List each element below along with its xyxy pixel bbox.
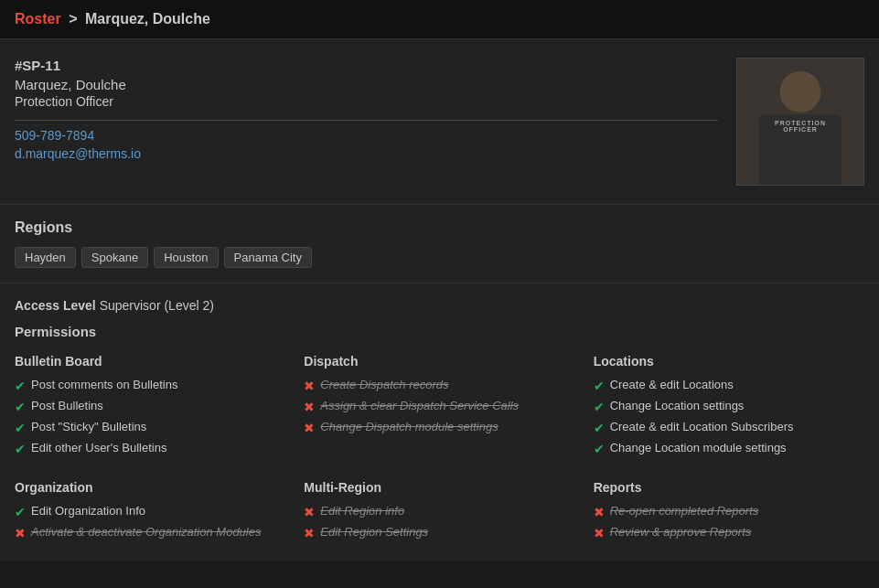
x-icon: ✖ [304,505,315,519]
roster-link[interactable]: Roster [15,11,61,27]
perm-item: ✖ Review & approve Reports [594,525,864,540]
x-icon: ✖ [304,379,315,393]
permissions-grid-bottom: Organization ✔ Edit Organization Info ✖ … [15,480,864,546]
region-tag-panama-city[interactable]: Panama City [224,247,312,268]
perm-text: Create Dispatch records [320,378,448,391]
perm-text: Post "Sticky" Bulletins [31,420,146,433]
regions-section: Regions Hayden Spokane Houston Panama Ci… [0,205,879,283]
x-icon: ✖ [304,421,315,435]
photo-placeholder: PROTECTIONOFFICER [737,58,863,186]
perm-item: ✔ Create & edit Location Subscribers [594,420,864,435]
page-header: Roster > Marquez, Doulche [0,0,879,39]
region-tag-hayden[interactable]: Hayden [15,247,76,268]
perm-text: Post comments on Bulletins [31,378,177,391]
perm-text: Re-open completed Reports [610,504,759,518]
permissions-section: Access Level Supervisor (Level 2) Permis… [0,283,879,561]
x-icon: ✖ [594,505,605,519]
perm-heading-locations: Locations [594,354,864,369]
x-icon: ✖ [594,526,605,540]
perm-item: ✖ Activate & deactivate Organization Mod… [15,525,285,540]
perm-heading-multi-region: Multi-Region [304,480,574,495]
perm-text: Activate & deactivate Organization Modul… [31,525,261,539]
check-icon: ✔ [15,400,26,414]
permissions-title: Permissions [15,324,864,339]
x-icon: ✖ [15,526,26,540]
perm-text: Edit Organization Info [31,504,145,518]
perm-item: ✖ Create Dispatch records [304,378,574,393]
profile-section: #SP-11 Marquez, Doulche Protection Offic… [0,39,879,205]
profile-email[interactable]: d.marquez@therms.io [15,146,141,161]
breadcrumb: Roster > Marquez, Doulche [15,11,864,27]
perm-item: ✔ Post "Sticky" Bulletins [15,420,285,435]
perm-column-locations: Locations ✔ Create & edit Locations ✔ Ch… [594,354,864,462]
check-icon: ✔ [594,379,605,393]
perm-heading-reports: Reports [594,480,864,495]
perm-item: ✔ Change Location module settings [594,441,864,456]
perm-item: ✖ Edit Region Settings [304,525,574,540]
regions-title: Regions [15,219,864,236]
perm-text: Create & edit Location Subscribers [610,420,794,433]
check-icon: ✔ [15,421,26,435]
check-icon: ✔ [594,442,605,456]
profile-id: #SP-11 [15,58,718,73]
badge-text: PROTECTIONOFFICER [775,120,826,133]
check-icon: ✔ [15,505,26,519]
perm-heading-bulletin: Bulletin Board [15,354,285,369]
perm-item: ✔ Change Location settings [594,399,864,414]
perm-heading-dispatch: Dispatch [304,354,574,369]
perm-item: ✖ Change Dispatch module settings [304,420,574,435]
perm-column-bulletin: Bulletin Board ✔ Post comments on Bullet… [15,354,285,462]
perm-text: Review & approve Reports [610,525,752,539]
perm-text: Create & edit Locations [610,378,734,391]
region-tag-houston[interactable]: Houston [154,247,218,268]
perm-item: ✔ Post Bulletins [15,399,285,414]
permissions-grid-top: Bulletin Board ✔ Post comments on Bullet… [15,354,864,462]
perm-text: Assign & clear Dispatch Service Calls [320,399,519,412]
check-icon: ✔ [15,442,26,456]
profile-phone[interactable]: 509-789-7894 [15,128,718,143]
x-icon: ✖ [304,526,315,540]
perm-item: ✔ Create & edit Locations [594,378,864,393]
perm-heading-organization: Organization [15,480,285,495]
perm-text: Edit Region info [320,504,404,518]
check-icon: ✔ [594,400,605,414]
perm-item: ✔ Edit Organization Info [15,504,285,519]
access-level-label: Access Level [15,298,96,313]
perm-item: ✖ Re-open completed Reports [594,504,864,519]
perm-text: Change Dispatch module settings [320,420,498,433]
perm-item: ✖ Edit Region info [304,504,574,519]
access-level: Access Level Supervisor (Level 2) [15,298,864,313]
perm-column-multi-region: Multi-Region ✖ Edit Region info ✖ Edit R… [304,480,574,546]
profile-title: Protection Officer [15,94,718,121]
profile-name: Marquez, Doulche [15,77,718,92]
region-tags: Hayden Spokane Houston Panama City [15,247,864,268]
perm-item: ✖ Assign & clear Dispatch Service Calls [304,399,574,414]
region-tag-spokane[interactable]: Spokane [81,247,148,268]
x-icon: ✖ [304,400,315,414]
profile-photo: PROTECTIONOFFICER [736,58,864,186]
perm-column-organization: Organization ✔ Edit Organization Info ✖ … [15,480,285,546]
profile-info: #SP-11 Marquez, Doulche Protection Offic… [15,58,718,161]
perm-item: ✔ Edit other User's Bulletins [15,441,285,456]
perm-column-dispatch: Dispatch ✖ Create Dispatch records ✖ Ass… [304,354,574,462]
perm-text: Change Location module settings [610,441,787,454]
perm-text: Edit other User's Bulletins [31,441,166,454]
breadcrumb-separator: > [69,11,77,27]
check-icon: ✔ [15,379,26,393]
perm-text: Edit Region Settings [320,525,428,539]
page-title: Marquez, Doulche [85,11,210,27]
perm-text: Post Bulletins [31,399,103,412]
perm-column-reports: Reports ✖ Re-open completed Reports ✖ Re… [594,480,864,546]
check-icon: ✔ [594,421,605,435]
access-level-value-text: Supervisor (Level 2) [100,298,214,313]
perm-item: ✔ Post comments on Bulletins [15,378,285,393]
perm-text: Change Location settings [610,399,745,412]
